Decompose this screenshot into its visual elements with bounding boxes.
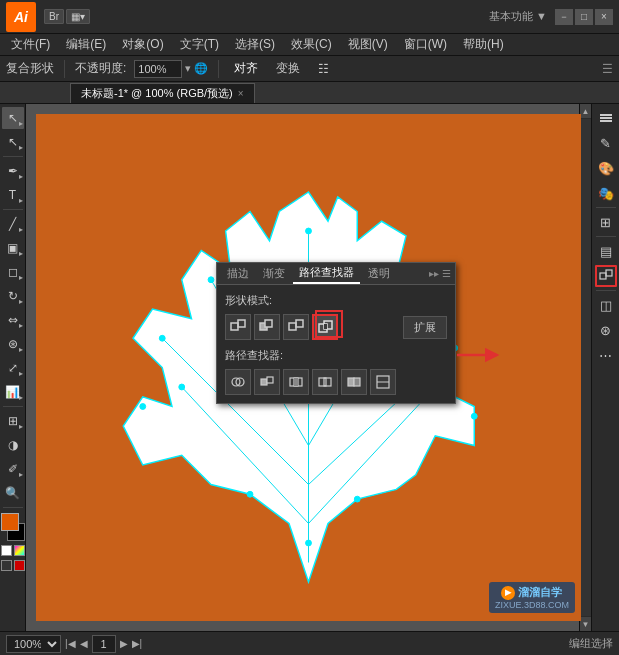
stroke-none-btn[interactable] bbox=[1, 560, 12, 571]
tool-rotate[interactable]: ↻ ▸ bbox=[2, 285, 24, 307]
tool-select[interactable]: ↖ ▸ bbox=[2, 107, 24, 129]
panel-more-btn[interactable]: ▸▸ ☰ bbox=[429, 268, 451, 279]
btn-arrange[interactable]: ▦▾ bbox=[66, 9, 90, 24]
eyedrop-arrow: ▸ bbox=[19, 470, 23, 479]
rt-brush[interactable]: 🎨 bbox=[595, 157, 617, 179]
tab-gradient[interactable]: 渐变 bbox=[257, 264, 291, 283]
nav-prev[interactable]: ◀ bbox=[80, 638, 88, 649]
rt-palette[interactable]: 🎭 bbox=[595, 182, 617, 204]
opacity-globe-icon[interactable]: 🌐 bbox=[194, 62, 208, 75]
shape-mode-exclude[interactable] bbox=[312, 314, 338, 340]
pf-exclude[interactable] bbox=[312, 369, 338, 395]
tool-eyedrop[interactable]: ✐ ▸ bbox=[2, 458, 24, 480]
menu-object[interactable]: 对象(O) bbox=[115, 34, 170, 55]
menu-window[interactable]: 窗口(W) bbox=[397, 34, 454, 55]
fill-none-btn[interactable] bbox=[1, 545, 12, 556]
tab-pathfinder[interactable]: 路径查找器 bbox=[293, 263, 360, 284]
tool-mirror[interactable]: ⇔ ▸ bbox=[2, 309, 24, 331]
sep1 bbox=[3, 156, 23, 157]
zoom-selector[interactable]: 100% bbox=[6, 635, 61, 653]
menu-view[interactable]: 视图(V) bbox=[341, 34, 395, 55]
extra-btn[interactable]: ☷ bbox=[313, 61, 334, 77]
line-arrow: ▸ bbox=[19, 225, 23, 234]
close-btn[interactable]: × bbox=[595, 9, 613, 25]
btn-br[interactable]: Br bbox=[44, 9, 64, 24]
tool-graph[interactable]: 📊 ▸ bbox=[2, 381, 24, 403]
rt-artboard[interactable]: ⊞ bbox=[595, 211, 617, 233]
pf-minus-front[interactable] bbox=[254, 369, 280, 395]
stroke-btn[interactable] bbox=[14, 560, 25, 571]
svg-rect-32 bbox=[267, 377, 273, 383]
svg-rect-43 bbox=[600, 114, 612, 116]
tool-gradient[interactable]: ◑ bbox=[2, 434, 24, 456]
scale-icon: ⤢ bbox=[8, 361, 18, 375]
tool-scale[interactable]: ⤢ ▸ bbox=[2, 357, 24, 379]
color-mode-btn[interactable] bbox=[14, 545, 25, 556]
tool-eraser[interactable]: ◻ ▸ bbox=[2, 261, 24, 283]
rt-more[interactable]: ⋯ bbox=[595, 344, 617, 366]
tool-line[interactable]: ╱ ▸ bbox=[2, 213, 24, 235]
nav-last[interactable]: ▶| bbox=[132, 638, 143, 649]
rt-symbols[interactable]: ⊛ bbox=[595, 319, 617, 341]
pf-intersect[interactable] bbox=[283, 369, 309, 395]
shape-mode-intersect[interactable] bbox=[283, 314, 309, 340]
tool-type[interactable]: T ▸ bbox=[2, 184, 24, 206]
right-toolbar: ✎ 🎨 🎭 ⊞ ▤ ◫ ⊛ ⋯ bbox=[591, 104, 619, 631]
tab-close-btn[interactable]: × bbox=[238, 88, 244, 99]
svg-point-10 bbox=[159, 335, 165, 341]
rt-align[interactable]: ◫ bbox=[595, 294, 617, 316]
menu-help[interactable]: 帮助(H) bbox=[456, 34, 511, 55]
nav-first[interactable]: |◀ bbox=[65, 638, 76, 649]
svg-rect-45 bbox=[600, 120, 612, 122]
rt-sep1 bbox=[596, 207, 616, 208]
zoom-icon: 🔍 bbox=[5, 486, 20, 500]
tool-direct-select[interactable]: ↖ ▸ bbox=[2, 131, 24, 153]
pf-divide[interactable] bbox=[341, 369, 367, 395]
divider2 bbox=[218, 60, 219, 78]
opacity-dropdown-icon[interactable]: ▾ bbox=[185, 62, 191, 75]
tool-paint[interactable]: ▣ ▸ bbox=[2, 237, 24, 259]
tool-warp[interactable]: ⊛ ▸ bbox=[2, 333, 24, 355]
menu-edit[interactable]: 编辑(E) bbox=[59, 34, 113, 55]
tab-document[interactable]: 未标题-1* @ 100% (RGB/预选) × bbox=[70, 83, 255, 103]
options-menu-icon[interactable]: ☰ bbox=[602, 62, 613, 76]
menu-effect[interactable]: 效果(C) bbox=[284, 34, 339, 55]
menu-select[interactable]: 选择(S) bbox=[228, 34, 282, 55]
options-bar: 复合形状 不透明度: ▾ 🌐 对齐 变换 ☷ ☰ bbox=[0, 56, 619, 82]
rt-layers[interactable] bbox=[595, 107, 617, 129]
scroll-up-btn[interactable]: ▲ bbox=[580, 104, 592, 118]
menu-file[interactable]: 文件(F) bbox=[4, 34, 57, 55]
rt-pencil[interactable]: ✎ bbox=[595, 132, 617, 154]
expand-btn[interactable]: 扩展 bbox=[403, 316, 447, 339]
title-btn-group: Br ▦▾ bbox=[44, 9, 90, 24]
workspace-selector[interactable]: 基本功能 ▼ bbox=[489, 9, 547, 24]
transform-btn[interactable]: 变换 bbox=[271, 59, 305, 78]
opacity-input[interactable] bbox=[134, 60, 182, 78]
svg-rect-38 bbox=[348, 378, 354, 386]
rt-pathfinder-active[interactable] bbox=[595, 265, 617, 287]
rotate-arrow: ▸ bbox=[19, 297, 23, 306]
tool-zoom[interactable]: 🔍 bbox=[2, 482, 24, 504]
warp-arrow: ▸ bbox=[19, 345, 23, 354]
shape-mode-add[interactable] bbox=[225, 314, 251, 340]
tab-transparency[interactable]: 透明 bbox=[362, 264, 396, 283]
tab-stroke[interactable]: 描边 bbox=[221, 264, 255, 283]
minimize-btn[interactable]: － bbox=[555, 9, 573, 25]
align-btn[interactable]: 对齐 bbox=[229, 59, 263, 78]
menu-type[interactable]: 文字(T) bbox=[173, 34, 226, 55]
restore-btn[interactable]: □ bbox=[575, 9, 593, 25]
tool-pen[interactable]: ✒ ▸ bbox=[2, 160, 24, 182]
shape-mode-minus[interactable] bbox=[254, 314, 280, 340]
canvas-background: 描边 渐变 路径查找器 透明 ▸▸ ☰ 形状模式: bbox=[36, 114, 581, 621]
nav-next[interactable]: ▶ bbox=[120, 638, 128, 649]
pf-trim[interactable] bbox=[370, 369, 396, 395]
foreground-color-swatch[interactable] bbox=[1, 513, 19, 531]
page-number[interactable] bbox=[92, 635, 116, 653]
svg-point-17 bbox=[247, 491, 253, 497]
svg-rect-19 bbox=[231, 323, 238, 330]
tool-symbol[interactable]: ⊞ ▸ bbox=[2, 410, 24, 432]
scroll-down-btn[interactable]: ▼ bbox=[580, 617, 592, 631]
rt-panels[interactable]: ▤ bbox=[595, 240, 617, 262]
svg-point-18 bbox=[354, 496, 360, 502]
pf-unite[interactable] bbox=[225, 369, 251, 395]
